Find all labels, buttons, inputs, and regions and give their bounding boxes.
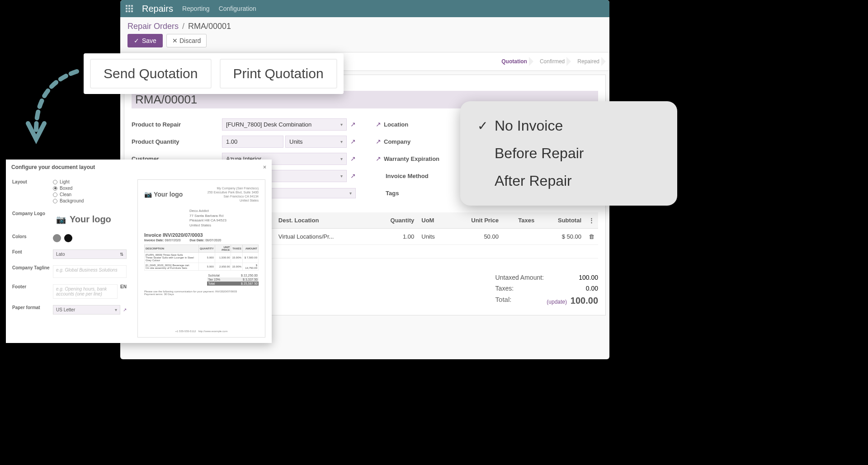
layout-light-radio[interactable]: Light <box>53 179 127 184</box>
company-logo-upload[interactable]: 📷 Your logo <box>53 211 127 228</box>
close-icon[interactable]: × <box>263 164 266 170</box>
send-quotation-button[interactable]: Send Quotation <box>90 59 212 89</box>
stage-quotation[interactable]: Quotation <box>495 52 533 71</box>
print-quotation-button[interactable]: Print Quotation <box>220 59 337 89</box>
breadcrumb: Repair Orders / RMA/00001 <box>120 17 609 34</box>
preview-note: Please use the following communication f… <box>144 290 259 296</box>
check-icon: ✓ <box>134 37 139 44</box>
configure-layout-modal: Configure your document layout × Layout … <box>6 160 272 343</box>
invoice-option-label: No Invoice <box>495 117 563 134</box>
caret-down-icon: ▾ <box>340 156 343 161</box>
preview-line-table: DESCRIPTION QUANTITY UNIT PRICE TAXES AM… <box>144 244 259 271</box>
color-swatch-1[interactable] <box>53 234 61 242</box>
external-link-icon[interactable]: ↗ <box>350 121 356 128</box>
external-link-icon[interactable]: ↗ <box>123 307 127 312</box>
product-qty-label: Product Quantity <box>132 138 222 145</box>
th-dest[interactable]: Dest. Location <box>275 212 371 229</box>
check-icon: ✓ <box>477 118 488 133</box>
cell-taxes[interactable] <box>502 229 538 245</box>
preview-totals: Subtotal$ 22,250.00 Tax 15%$ 3,337.50 To… <box>207 273 259 286</box>
caret-down-icon: ▾ <box>340 122 343 127</box>
preview-invoice-title: Invoice INV/2020/07/0003 <box>144 232 259 238</box>
total-label: Total: <box>495 296 512 306</box>
footer-lang[interactable]: EN <box>120 284 127 299</box>
document-preview: 📷 Your logo My Company (San Francisco) 2… <box>137 179 265 338</box>
layout-boxed-radio[interactable]: Boxed <box>53 186 127 191</box>
logo-text: Your logo <box>70 214 111 225</box>
update-link[interactable]: (update) <box>547 299 567 305</box>
layout-background-radio[interactable]: Background <box>53 198 127 203</box>
taxes-total-label: Taxes: <box>495 285 514 292</box>
updown-icon: ⇅ <box>120 252 123 257</box>
discard-button[interactable]: ✕ Discard <box>166 34 207 47</box>
apps-icon[interactable] <box>126 5 133 12</box>
trash-icon[interactable]: 🗑 <box>585 229 598 245</box>
external-link-icon[interactable]: ↗ <box>350 172 356 179</box>
cell-uom[interactable]: Units <box>418 229 449 245</box>
font-select[interactable]: Lato ⇅ <box>53 249 127 259</box>
product-to-repair-select[interactable]: [FURN_7800] Desk Combination ▾ <box>222 118 347 131</box>
breadcrumb-parent[interactable]: Repair Orders <box>127 22 179 31</box>
breadcrumb-current: RMA/00001 <box>188 22 231 31</box>
nav-configuration[interactable]: Configuration <box>219 5 256 12</box>
invoice-option-label: After Repair <box>495 173 572 189</box>
cell-unitprice[interactable]: 50.00 <box>449 229 502 245</box>
cell-qty[interactable]: 1.00 <box>370 229 418 245</box>
tagline-input[interactable]: e.g. Global Business Solutions <box>53 265 127 278</box>
stage-confirmed[interactable]: Confirmed <box>533 52 571 71</box>
action-row: ✓ Save ✕ Discard <box>120 34 609 52</box>
th-unitprice[interactable]: Unit Price <box>449 212 502 229</box>
camera-icon: 📷 <box>144 191 152 198</box>
preview-logo: 📷 Your logo <box>144 186 183 202</box>
th-uom[interactable]: UoM <box>418 212 449 229</box>
external-link-icon[interactable]: ↗ <box>376 121 381 128</box>
stage-repaired[interactable]: Repaired <box>571 52 606 71</box>
font-label: Font <box>12 249 53 254</box>
taxes-total-value: 0.00 <box>562 285 598 292</box>
close-icon: ✕ <box>172 37 178 44</box>
discard-button-label: Discard <box>179 37 201 44</box>
nav-reporting[interactable]: Reporting <box>182 5 210 12</box>
config-title: Configure your document layout <box>11 164 95 170</box>
invoice-method-dropdown: ✓ No Invoice Before Repair After Repair <box>460 101 677 206</box>
th-qty[interactable]: Quantity <box>370 212 418 229</box>
footer-input[interactable]: e.g. Opening hours, bank accounts (one p… <box>53 284 118 299</box>
product-qty-input[interactable]: 1.00 <box>222 136 283 148</box>
svg-rect-8 <box>131 10 133 12</box>
flow-arrow-icon <box>23 67 86 148</box>
caret-down-icon: ▾ <box>115 307 117 312</box>
th-subtotal[interactable]: Subtotal <box>538 212 585 229</box>
total-value: 100.00 <box>571 296 598 305</box>
cell-dest[interactable]: Virtual Locations/Pr... <box>275 229 371 245</box>
invoice-option-no-invoice[interactable]: ✓ No Invoice <box>474 112 664 140</box>
product-to-repair-label: Product to Repair <box>132 121 222 128</box>
cell-subtotal[interactable]: $ 50.00 <box>538 229 585 245</box>
external-link-icon[interactable]: ↗ <box>350 155 356 162</box>
svg-rect-3 <box>126 8 127 9</box>
product-qty-unit-select[interactable]: Units ▾ <box>285 136 347 148</box>
external-link-icon[interactable]: ↗ <box>376 155 381 162</box>
layout-label: Layout <box>12 179 53 184</box>
th-taxes[interactable]: Taxes <box>502 212 538 229</box>
save-button-label: Save <box>142 37 156 44</box>
color-swatch-2[interactable] <box>64 234 72 242</box>
invoice-option-after-repair[interactable]: After Repair <box>474 167 664 195</box>
layout-clean-radio[interactable]: Clean <box>53 192 127 197</box>
invoice-option-before-repair[interactable]: Before Repair <box>474 140 664 167</box>
external-link-icon[interactable]: ↗ <box>376 138 381 145</box>
svg-rect-5 <box>131 8 133 9</box>
footer-config-label: Footer <box>12 284 53 289</box>
svg-rect-6 <box>126 10 127 12</box>
save-button[interactable]: ✓ Save <box>127 34 163 47</box>
product-qty-unit-value: Units <box>289 138 303 145</box>
camera-icon: 📷 <box>56 215 66 225</box>
preview-company-addr: My Company (San Francisco) 250 Executive… <box>208 186 259 202</box>
product-qty-value: 1.00 <box>226 138 237 145</box>
company-logo-label: Company Logo <box>12 211 53 216</box>
caret-down-icon: ▾ <box>340 174 343 178</box>
colors-label: Colors <box>12 234 53 239</box>
svg-rect-2 <box>131 5 133 7</box>
external-link-icon[interactable]: ↗ <box>350 138 356 145</box>
paper-select[interactable]: US Letter ▾ <box>53 305 120 315</box>
th-menu[interactable]: ⋮ <box>585 212 598 229</box>
